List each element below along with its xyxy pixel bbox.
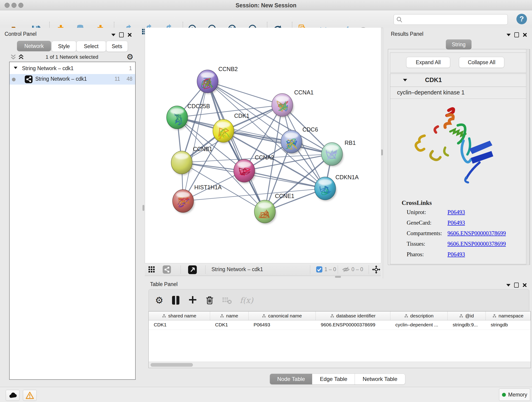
selected-checkbox-icon[interactable] [316, 266, 322, 273]
close-panel-icon[interactable] [523, 32, 527, 37]
cell-5[interactable]: stringdb:9... [448, 320, 486, 330]
crosslink-label-1: GeneCard: [407, 220, 431, 226]
table-horizontal-scrollbar[interactable] [149, 362, 531, 368]
network-node-HIST1H1A[interactable] [172, 190, 195, 214]
network-node-CCNB1[interactable] [171, 151, 193, 175]
right-splitter-handle[interactable] [381, 149, 383, 155]
entry-expander-icon[interactable] [403, 79, 407, 81]
tab-sets[interactable]: Sets [106, 41, 128, 52]
results-panel-title: Results Panel [391, 31, 423, 37]
birds-eye-view-button[interactable] [148, 266, 155, 274]
tree-expander-icon[interactable] [14, 67, 17, 69]
float-panel-icon[interactable] [514, 283, 519, 288]
search-input[interactable] [404, 15, 506, 24]
network-node-CDC6[interactable] [281, 130, 303, 154]
crosslink-value-1[interactable]: P06493 [447, 220, 465, 226]
cell-2[interactable]: P06493 [249, 320, 316, 330]
network-edge-CCNB2-CCNE1[interactable] [208, 81, 265, 211]
panel-menu-icon[interactable] [506, 284, 510, 287]
column-header-namespace[interactable]: namespace [486, 312, 531, 320]
tab-network[interactable]: Network [17, 41, 51, 51]
cell-1[interactable]: CDK1 [210, 320, 249, 330]
results-content-box: Expand All Collapse All CDK1 cyclin–depe… [388, 49, 530, 265]
tab-edge-table[interactable]: Edge Table [312, 374, 355, 385]
network-edge-CCNB2-HIST1H1A[interactable] [183, 81, 208, 201]
protein-structure-image [411, 104, 502, 188]
tab-node-table[interactable]: Node Table [270, 374, 312, 385]
tab-network-table[interactable]: Network Table [355, 374, 405, 385]
node-label-CCNA2: CCNA2 [255, 154, 274, 161]
float-panel-icon[interactable] [119, 32, 124, 37]
close-panel-icon[interactable] [522, 283, 527, 287]
network-type-button[interactable] [163, 265, 171, 274]
network-node-CCNA2[interactable] [234, 159, 256, 183]
crosslink-value-0[interactable]: P06493 [447, 209, 465, 216]
node-label-CDK1: CDK1 [234, 113, 249, 119]
gear-icon[interactable]: ⚙ [127, 53, 133, 61]
network-collection-row[interactable]: String Network – cdk1 1 [10, 64, 135, 74]
collapse-all-button[interactable]: Collapse All [459, 57, 504, 68]
pan-crosshair-icon[interactable] [372, 265, 380, 274]
result-entry-header[interactable]: CDK1 [390, 74, 528, 87]
entry-description-row: cyclin–dependent kinase 1 [390, 87, 528, 99]
network-node-CDK1[interactable] [213, 119, 235, 143]
cell-4[interactable]: cyclin–dependent ... [390, 320, 448, 330]
results-scrollbar[interactable] [526, 49, 530, 265]
columns-icon[interactable] [171, 295, 180, 305]
left-splitter-handle[interactable] [143, 205, 144, 211]
column-header-canonical-name[interactable]: canonical name [249, 312, 316, 320]
network-node-RB1[interactable] [322, 143, 343, 167]
cell-0[interactable]: CDK1 [149, 320, 210, 330]
cell-6[interactable]: stringdb [486, 320, 531, 330]
bottom-splitter-handle[interactable] [335, 276, 341, 278]
column-header-name[interactable]: name [210, 312, 249, 320]
memory-status-dot [502, 393, 506, 397]
table-header-row: shared namenamecanonical namedatabase id… [149, 312, 531, 320]
panel-menu-icon[interactable] [111, 34, 115, 36]
network-row-selected[interactable]: String Network – cdk1 11 48 [10, 74, 135, 85]
table-panel-title: Table Panel [150, 281, 177, 287]
network-node-CDC25B[interactable] [167, 106, 189, 130]
table-settings-gear-icon[interactable]: ⚙ [155, 296, 163, 305]
column-header-database-identifier[interactable]: database identifier [316, 312, 390, 320]
network-node-CDKN1A[interactable] [315, 177, 336, 201]
tab-select[interactable]: Select [76, 41, 106, 52]
column-header--id[interactable]: @id [448, 312, 486, 320]
crosslink-value-4[interactable]: P06493 [447, 251, 465, 258]
cloud-button[interactable] [6, 390, 19, 401]
scrollbar-thumb[interactable] [151, 363, 193, 367]
help-button[interactable]: ? [516, 14, 527, 24]
network-node-CCNE1[interactable] [254, 200, 276, 224]
table-toolbar: ⚙ f(x) [148, 289, 529, 311]
function-builder-icon[interactable]: f(x) [240, 296, 253, 305]
open-in-window-button[interactable] [188, 265, 197, 274]
main-toolbar: ? [0, 10, 532, 28]
network-node-count: 11 [114, 76, 120, 82]
memory-button[interactable]: Memory [499, 389, 530, 401]
network-selection-summary: 1 of 1 Network selected [9, 54, 135, 60]
warnings-button[interactable] [23, 390, 37, 401]
add-column-icon[interactable] [188, 295, 197, 305]
cell-3[interactable]: 9606.ENSP00000378699 [316, 320, 390, 330]
delete-column-icon[interactable] [205, 295, 214, 305]
float-panel-icon[interactable] [514, 32, 519, 37]
close-panel-icon[interactable] [127, 32, 132, 37]
tab-string[interactable]: String [446, 39, 472, 50]
network-canvas[interactable]: CCNB2CCNA1CDC25BCDK1CDC6RB1CCNB1CCNA2CDK… [145, 28, 381, 263]
column-header-description[interactable]: description [390, 312, 448, 320]
tab-style[interactable]: Style [51, 41, 76, 52]
results-panel: Results Panel String Expand All Collapse… [383, 28, 532, 279]
hidden-eye-icon[interactable] [342, 266, 350, 273]
delete-table-icon[interactable] [222, 296, 232, 304]
column-header-shared-name[interactable]: shared name [149, 312, 210, 320]
crosslink-value-3[interactable]: 9606.ENSP00000378699 [447, 241, 506, 247]
crosslink-label-0: Uniprot: [407, 209, 426, 216]
network-view[interactable]: CCNB2CCNA1CDC25BCDK1CDC6RB1CCNB1CCNA2CDK… [145, 28, 381, 263]
network-edge-CCNA2-CDKN1A[interactable] [244, 171, 325, 188]
memory-label: Memory [508, 392, 527, 398]
network-node-CCNA1[interactable] [272, 94, 294, 118]
panel-menu-icon[interactable] [507, 34, 511, 36]
table-row[interactable]: CDK1CDK1P064939606.ENSP00000378699cyclin… [149, 320, 531, 330]
crosslink-value-2[interactable]: 9606.ENSP00000378699 [447, 230, 506, 236]
expand-all-button[interactable]: Expand All [406, 57, 450, 68]
